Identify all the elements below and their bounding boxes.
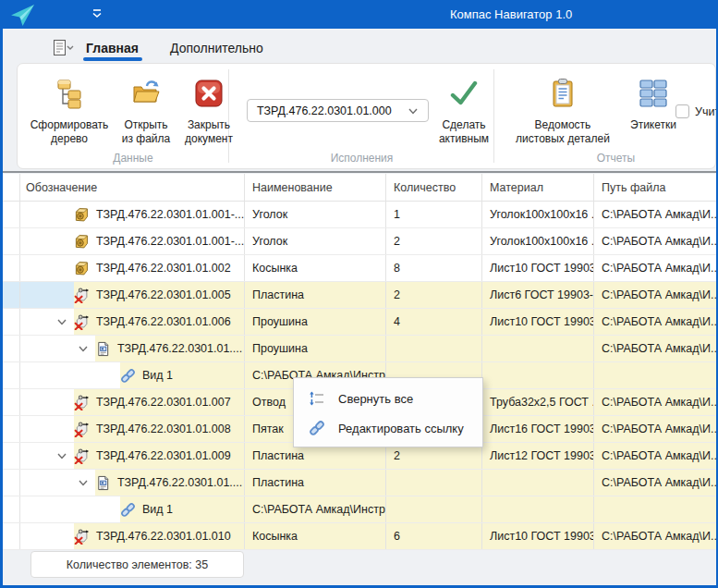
- name-cell: С:\РАБОТА Амкад\Инстр...: [245, 496, 386, 522]
- column-header-material[interactable]: Материал: [482, 174, 594, 201]
- element-count-badge: Количество элементов: 35: [30, 551, 244, 578]
- name-cell: Проушина: [245, 336, 386, 361]
- make-active-button[interactable]: Сделатьактивным: [435, 71, 493, 146]
- designation-cell: ТЗРД.476.22.0301.01.007: [20, 389, 245, 415]
- filepath-cell: С:\РАБОТА Амкад\И...: [594, 443, 716, 469]
- broken-part-icon: [74, 288, 90, 303]
- designation-content: ТЗРД.476.22.0301.01.001-...: [74, 228, 244, 254]
- quantity-cell: 6: [386, 523, 482, 549]
- row-indicator-cell: [3, 416, 20, 442]
- name-cell: Косынка: [245, 255, 386, 281]
- expander-chevron-icon[interactable]: [78, 343, 89, 354]
- tree-icon: [54, 78, 85, 109]
- designation-text: ТЗРД.476.22.0301.01.007: [96, 396, 231, 409]
- tree-indent: [20, 336, 95, 361]
- filepath-cell: С:\РАБОТА Амкад\И...: [594, 228, 716, 254]
- designation-text: ТЗРД.476.22.0301.01.010: [96, 530, 231, 543]
- table-row[interactable]: ТЗРД.476.22.0301.01.001-...Уголок2Уголок…: [3, 228, 716, 255]
- report-checkbox-label: Учит: [695, 105, 718, 118]
- designation-cell: ТЗРД.476.22.0301.01.006: [20, 309, 245, 335]
- header-row-indicator: [3, 174, 20, 201]
- designation-cell: Вид 1: [20, 362, 245, 388]
- tiles-icon: [638, 78, 669, 109]
- designation-text: ТЗРД.476.22.0301.01.001-...: [96, 208, 244, 221]
- part-icon: [74, 234, 90, 250]
- table-row[interactable]: ТЗРД.476.22.0301.01.005Пластина2Лист6 ГО…: [3, 282, 716, 309]
- designation-content: ТЗРД.476.22.0301.01....: [95, 470, 244, 496]
- quantity-cell: [386, 496, 482, 522]
- designation-content: ТЗРД.476.22.0301.01.002: [74, 255, 244, 281]
- table-row[interactable]: ТЗРД.476.22.0301.01....ПластинаС:\РАБОТА…: [3, 470, 716, 496]
- table-row[interactable]: Вид 1С:\РАБОТА Амкад\Инстр...: [3, 496, 716, 523]
- material-cell: Лист10 ГОСТ 19903...: [482, 523, 594, 549]
- filepath-cell: С:\РАБОТА Амкад\И...: [594, 282, 716, 308]
- designation-content: ТЗРД.476.22.0301.01....: [95, 336, 244, 361]
- name-cell: Пластина: [245, 282, 386, 308]
- designation-text: ТЗРД.476.22.0301.01.008: [96, 423, 231, 435]
- filepath-cell: [594, 362, 716, 388]
- sheet-parts-report-button[interactable]: Ведомостьлистовых деталей: [505, 71, 620, 146]
- designation-content: ТЗРД.476.22.0301.01.008: [74, 416, 244, 442]
- material-cell: Труба32х2,5 ГОСТ ...: [482, 389, 594, 415]
- designation-cell: ТЗРД.476.22.0301.01.001-...: [20, 228, 245, 254]
- table-row[interactable]: ТЗРД.476.22.0301.01.001-...Уголок1Уголок…: [3, 202, 716, 228]
- row-indicator-cell: [3, 470, 20, 496]
- row-indicator-cell: [3, 443, 20, 469]
- app-window: Компас Навигатор 1.0 Главная Дополнитель…: [0, 0, 718, 588]
- build-tree-button[interactable]: Сформироватьдерево: [25, 71, 114, 146]
- app-menu-button[interactable]: [48, 37, 78, 58]
- link-icon: [309, 420, 325, 436]
- name-cell: Уголок: [245, 228, 386, 254]
- tree-indent: [20, 362, 120, 388]
- quick-access-chevron-icon[interactable]: [91, 8, 103, 19]
- designation-content: ТЗРД.476.22.0301.01.006: [74, 309, 244, 335]
- table-row[interactable]: ТЗРД.476.22.0301.01.002Косынка8Лист10 ГО…: [3, 255, 716, 282]
- button-label: активным: [439, 132, 489, 146]
- button-label: Этикетки: [630, 118, 676, 132]
- expander-chevron-icon[interactable]: [56, 316, 67, 327]
- row-indicator-cell: [3, 255, 20, 281]
- button-label: Закрыть: [185, 118, 233, 132]
- expander-chevron-icon[interactable]: [56, 450, 67, 461]
- column-header-designation[interactable]: Обозначение: [20, 174, 245, 201]
- close-document-icon: [193, 78, 225, 109]
- open-from-file-button[interactable]: Открытьиз файла: [116, 71, 176, 146]
- app-menu-icon: [51, 39, 75, 57]
- execution-combobox[interactable]: ТЗРД.476.22.0301.01.000: [247, 99, 429, 122]
- designation-text: Вид 1: [142, 503, 173, 516]
- button-label: Ведомость: [516, 118, 610, 132]
- name-cell: Пластина: [245, 470, 386, 496]
- name-cell: Косынка: [245, 523, 386, 549]
- table-row[interactable]: ТЗРД.476.22.0301.01.010Косынка6Лист10 ГО…: [3, 523, 716, 550]
- filepath-cell: С:\РАБОТА Амкад\И...: [594, 202, 716, 227]
- tree-indent: [20, 228, 74, 254]
- column-header-quantity[interactable]: Количество: [386, 174, 482, 201]
- clipboard-icon: [547, 78, 578, 109]
- active-tab-underline: [83, 57, 142, 61]
- menu-item-edit-link[interactable]: Редактировать ссылку: [294, 413, 482, 443]
- filepath-cell: С:\РАБОТА Амкад\И...: [594, 470, 716, 496]
- name-cell: Проушина: [245, 309, 386, 335]
- broken-part-icon: [74, 529, 90, 545]
- report-checkbox[interactable]: [675, 104, 689, 118]
- close-document-button[interactable]: Закрытьдокумент: [178, 71, 239, 146]
- table-row[interactable]: ТЗРД.476.22.0301.01.006Проушина4Лист10 Г…: [3, 309, 716, 336]
- designation-content: ТЗРД.476.22.0301.01.010: [74, 523, 244, 549]
- button-label: Сформировать: [30, 118, 109, 132]
- designation-content: Вид 1: [120, 362, 244, 388]
- material-cell: [482, 362, 594, 388]
- broken-part-icon: [74, 314, 90, 330]
- menu-item-collapse-all[interactable]: Свернуть все: [294, 384, 482, 413]
- labels-button[interactable]: Этикетки: [624, 71, 683, 132]
- expander-chevron-icon[interactable]: [78, 477, 89, 488]
- chevron-down-icon: [408, 105, 419, 116]
- designation-text: ТЗРД.476.22.0301.01....: [117, 476, 242, 489]
- title-bar: Компас Навигатор 1.0: [0, 0, 718, 29]
- table-row[interactable]: ТЗРД.476.22.0301.01....ПроушинаС:\РАБОТА…: [3, 336, 716, 362]
- link-icon: [120, 368, 136, 384]
- column-header-name[interactable]: Наименование: [245, 174, 386, 201]
- column-header-filepath[interactable]: Путь файла: [594, 174, 716, 201]
- tab-additional[interactable]: Дополнительно: [170, 34, 263, 61]
- row-indicator-cell: [3, 496, 20, 522]
- filepath-cell: С:\РАБОТА Амкад\И...: [594, 523, 716, 549]
